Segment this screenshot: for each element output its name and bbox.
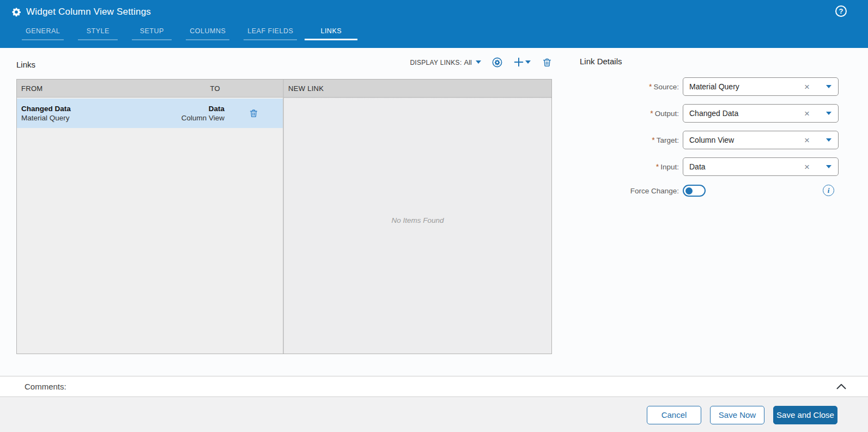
source-select[interactable]: Material Query × [683, 77, 839, 96]
help-icon[interactable]: ? [835, 5, 847, 17]
auto-link-gear-circle-icon[interactable] [491, 57, 503, 68]
required-asterisk: * [656, 162, 659, 171]
input-clear-icon[interactable]: × [804, 162, 810, 172]
save-and-close-button[interactable]: Save and Close [773, 406, 837, 424]
target-chevron-down-icon[interactable] [826, 138, 831, 142]
new-link-body: No Items Found [284, 98, 551, 354]
source-label: *Source: [580, 82, 683, 91]
tab-general[interactable]: GENERAL [25, 24, 61, 48]
link-to-input: Data [110, 104, 224, 113]
display-links-filter[interactable]: DISPLAY LINKS: All [410, 58, 481, 66]
output-field-row: *Output: Changed Data × [580, 104, 852, 123]
tab-setup[interactable]: SETUP [135, 24, 169, 48]
info-icon[interactable]: i [823, 185, 834, 196]
link-details-title: Link Details [580, 57, 852, 66]
row-delete-trash-icon[interactable] [249, 108, 258, 118]
target-clear-icon[interactable]: × [804, 136, 810, 145]
output-label: *Output: [580, 109, 683, 118]
input-label: *Input: [580, 162, 683, 171]
existing-links-list: FROM TO Changed Data Material Query Data… [17, 80, 284, 354]
links-panel: FROM TO Changed Data Material Query Data… [16, 79, 552, 354]
force-change-row: Force Change: i [580, 184, 852, 197]
link-to-cell: Data Column View [110, 104, 224, 123]
add-link-plus-icon[interactable] [513, 57, 524, 68]
target-label: *Target: [580, 136, 683, 144]
new-link-panel: NEW LINK No Items Found [284, 80, 551, 354]
widget-settings-dialog: Widget Column View Settings ? GENERAL ST… [0, 0, 868, 432]
dialog-header: Widget Column View Settings ? GENERAL ST… [0, 0, 868, 48]
dialog-footer: Cancel Save Now Save and Close [0, 398, 868, 432]
link-from-output: Changed Data [21, 104, 110, 113]
links-list-body: Changed Data Material Query Data Column … [17, 98, 283, 354]
source-field-row: *Source: Material Query × [580, 77, 852, 96]
links-table-header: FROM TO [17, 80, 283, 98]
empty-message: No Items Found [284, 216, 551, 224]
chevron-down-icon [476, 60, 481, 64]
target-select[interactable]: Column View × [683, 131, 839, 149]
output-chevron-down-icon[interactable] [826, 112, 831, 115]
output-select-value: Changed Data [689, 109, 804, 118]
target-select-value: Column View [689, 136, 804, 144]
target-field-row: *Target: Column View × [580, 131, 852, 149]
input-field-row: *Input: Data × [580, 157, 852, 176]
tab-columns[interactable]: COLUMNS [189, 24, 227, 48]
required-asterisk: * [652, 136, 654, 144]
input-chevron-down-icon[interactable] [826, 165, 831, 168]
comments-label: Comments: [25, 382, 66, 391]
cancel-button[interactable]: Cancel [647, 406, 701, 424]
tab-links[interactable]: LINKS [314, 24, 348, 48]
from-column-header: FROM [21, 84, 111, 93]
display-links-value: All [464, 58, 472, 66]
tab-bar: GENERAL STYLE SETUP COLUMNS LEAF FIELDS … [25, 24, 348, 48]
save-now-button[interactable]: Save Now [710, 406, 764, 424]
dialog-title: Widget Column View Settings [26, 7, 151, 17]
link-details-panel: Link Details *Source: Material Query × *… [580, 57, 852, 197]
source-clear-icon[interactable]: × [804, 82, 810, 92]
tab-leaf-fields[interactable]: LEAF FIELDS [246, 24, 294, 48]
output-clear-icon[interactable]: × [804, 109, 810, 118]
link-to-widget: Column View [110, 113, 224, 123]
required-asterisk: * [649, 82, 652, 91]
add-link-chevron-down-icon[interactable] [525, 60, 531, 64]
input-select[interactable]: Data × [683, 157, 839, 176]
link-from-cell: Changed Data Material Query [21, 104, 110, 123]
required-asterisk: * [650, 109, 653, 118]
input-select-value: Data [689, 162, 804, 171]
to-column-header: TO [111, 84, 220, 93]
delete-link-trash-icon[interactable] [542, 57, 552, 68]
gear-icon [11, 7, 21, 17]
force-change-label: Force Change: [580, 187, 683, 195]
force-change-toggle[interactable] [683, 185, 706, 197]
new-link-header: NEW LINK [284, 80, 551, 98]
links-toolbar: DISPLAY LINKS: All [410, 56, 552, 69]
link-from-widget: Material Query [21, 113, 110, 123]
output-select[interactable]: Changed Data × [683, 104, 839, 123]
tab-style[interactable]: STYLE [81, 24, 115, 48]
titlebar: Widget Column View Settings ? [0, 0, 868, 24]
link-row-selected[interactable]: Changed Data Material Query Data Column … [17, 99, 283, 128]
source-chevron-down-icon[interactable] [826, 85, 831, 88]
source-select-value: Material Query [689, 82, 804, 91]
display-links-label: DISPLAY LINKS: [410, 59, 462, 66]
chevron-up-icon[interactable] [836, 384, 846, 390]
comments-bar: Comments: [0, 376, 868, 397]
links-section-title: Links [16, 60, 35, 69]
